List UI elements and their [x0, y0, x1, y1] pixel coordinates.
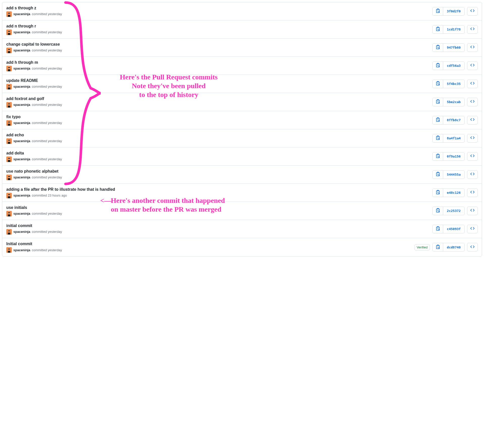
- copy-sha-button[interactable]: [433, 134, 443, 142]
- commit-sha-link[interactable]: 0f9a156: [443, 152, 464, 161]
- author-avatar[interactable]: [6, 84, 12, 89]
- commit-title-link[interactable]: add foxtrot and golf: [6, 97, 432, 101]
- commit-sha-link[interactable]: 2c25372: [443, 207, 464, 215]
- browse-repo-button[interactable]: [467, 43, 478, 52]
- author-link[interactable]: spaceninja: [13, 175, 30, 179]
- commit-info: add foxtrot and golf spaceninjacommitted…: [6, 97, 432, 108]
- commit-title-link[interactable]: add h through m: [6, 60, 432, 65]
- author-link[interactable]: spaceninja: [13, 248, 30, 252]
- commit-title-link[interactable]: use nato phonetic alphabet: [6, 169, 432, 174]
- browse-repo-button[interactable]: [467, 116, 478, 124]
- author-avatar[interactable]: [6, 11, 12, 17]
- copy-sha-button[interactable]: [433, 62, 443, 70]
- svg-rect-42: [8, 195, 10, 195]
- author-link[interactable]: spaceninja: [13, 85, 30, 88]
- svg-rect-39: [8, 178, 10, 180]
- author-avatar[interactable]: [6, 120, 12, 126]
- commit-title-link[interactable]: fix typo: [6, 115, 432, 119]
- copy-sha-button[interactable]: [433, 7, 443, 15]
- commit-sha-link[interactable]: 947fb60: [443, 44, 464, 52]
- browse-repo-button[interactable]: [467, 170, 478, 179]
- commit-title-link[interactable]: update README: [6, 78, 432, 83]
- commit-actions: 544455a: [432, 170, 478, 179]
- commit-title-link[interactable]: add echo: [6, 133, 432, 137]
- copy-sha-button[interactable]: [433, 25, 443, 34]
- commit-sha-link[interactable]: dcd8740: [443, 243, 464, 251]
- commit-sha-link[interactable]: 544455a: [443, 171, 464, 179]
- svg-rect-19: [8, 87, 10, 89]
- author-link[interactable]: spaceninja: [13, 194, 30, 197]
- author-avatar[interactable]: [6, 29, 12, 35]
- browse-repo-button[interactable]: [467, 61, 478, 70]
- author-avatar[interactable]: [6, 229, 12, 235]
- commit-title-link[interactable]: add delta: [6, 151, 432, 155]
- author-link[interactable]: spaceninja: [13, 230, 30, 234]
- author-link[interactable]: spaceninja: [13, 121, 30, 125]
- commit-sha-link[interactable]: 8ffb8c7: [443, 116, 464, 124]
- commit-title-link[interactable]: Initial commit: [6, 242, 414, 246]
- commit-sha-link[interactable]: cdf56a3: [443, 62, 464, 70]
- browse-repo-button[interactable]: [467, 152, 478, 161]
- author-avatar[interactable]: [6, 247, 12, 253]
- author-avatar[interactable]: [6, 211, 12, 216]
- author-link[interactable]: spaceninja: [13, 48, 30, 52]
- author-link[interactable]: spaceninja: [13, 157, 30, 161]
- copy-sha-button[interactable]: [433, 116, 443, 124]
- browse-repo-button[interactable]: [467, 188, 478, 197]
- author-avatar[interactable]: [6, 175, 12, 180]
- author-avatar[interactable]: [6, 193, 12, 198]
- browse-repo-button[interactable]: [467, 207, 478, 215]
- commit-title-link[interactable]: add n through r: [6, 24, 432, 28]
- copy-sha-button[interactable]: [433, 44, 443, 52]
- author-link[interactable]: spaceninja: [13, 103, 30, 107]
- browse-repo-button[interactable]: [467, 80, 478, 88]
- commit-sha-link[interactable]: 1cd1f78: [443, 25, 464, 34]
- commit-sha-link[interactable]: 5f4bc35: [443, 80, 464, 88]
- commit-timestamp: committed yesterday: [32, 12, 62, 16]
- copy-sha-button[interactable]: [433, 171, 443, 179]
- commit-sha-link[interactable]: 3f0d2f0: [443, 7, 464, 15]
- copy-sha-button[interactable]: [433, 243, 443, 251]
- commit-title-link[interactable]: add s through z: [6, 6, 432, 10]
- commit-title-link[interactable]: use initials: [6, 205, 432, 210]
- copy-sha-button[interactable]: [433, 152, 443, 161]
- copy-sha-button[interactable]: [433, 207, 443, 215]
- author-avatar[interactable]: [6, 138, 12, 144]
- author-avatar[interactable]: [6, 66, 12, 71]
- clipboard-icon: [436, 208, 440, 213]
- browse-repo-button[interactable]: [467, 25, 478, 34]
- sha-group: 1cd1f78: [432, 25, 465, 34]
- commit-sha-link[interactable]: e48c126: [443, 189, 464, 197]
- clipboard-icon: [436, 81, 440, 86]
- copy-sha-button[interactable]: [433, 98, 443, 106]
- browse-repo-button[interactable]: [467, 243, 478, 251]
- author-avatar[interactable]: [6, 102, 12, 108]
- author-link[interactable]: spaceninja: [13, 212, 30, 215]
- author-link[interactable]: spaceninja: [13, 12, 30, 16]
- browse-repo-button[interactable]: [467, 98, 478, 106]
- author-avatar[interactable]: [6, 48, 12, 53]
- commit-meta: spaceninjacommitted yesterday: [6, 247, 414, 253]
- commit-title-link[interactable]: change capital to lowercase: [6, 42, 432, 47]
- author-link[interactable]: spaceninja: [13, 67, 30, 70]
- commit-timestamp: committed yesterday: [32, 248, 62, 252]
- author-link[interactable]: spaceninja: [13, 139, 30, 143]
- commit-title-link[interactable]: adding a file after the PR to illustrate…: [6, 187, 432, 192]
- svg-rect-51: [8, 233, 10, 235]
- browse-repo-button[interactable]: [467, 225, 478, 233]
- commit-title-link[interactable]: initial commit: [6, 223, 432, 228]
- author-link[interactable]: spaceninja: [13, 30, 30, 34]
- copy-sha-button[interactable]: [433, 80, 443, 88]
- svg-rect-34: [8, 158, 10, 159]
- commit-info: add n through r spaceninjacommitted yest…: [6, 24, 432, 35]
- commit-sha-link[interactable]: 5be2cab: [443, 98, 464, 106]
- copy-sha-button[interactable]: [433, 225, 443, 233]
- svg-rect-11: [8, 51, 10, 53]
- commit-sha-link[interactable]: c45093f: [443, 225, 464, 233]
- browse-repo-button[interactable]: [467, 134, 478, 143]
- author-avatar[interactable]: [6, 156, 12, 162]
- copy-sha-button[interactable]: [433, 189, 443, 197]
- verified-badge[interactable]: Verified: [414, 244, 430, 250]
- commit-sha-link[interactable]: 8a4f1a4: [443, 134, 464, 142]
- browse-repo-button[interactable]: [467, 7, 478, 16]
